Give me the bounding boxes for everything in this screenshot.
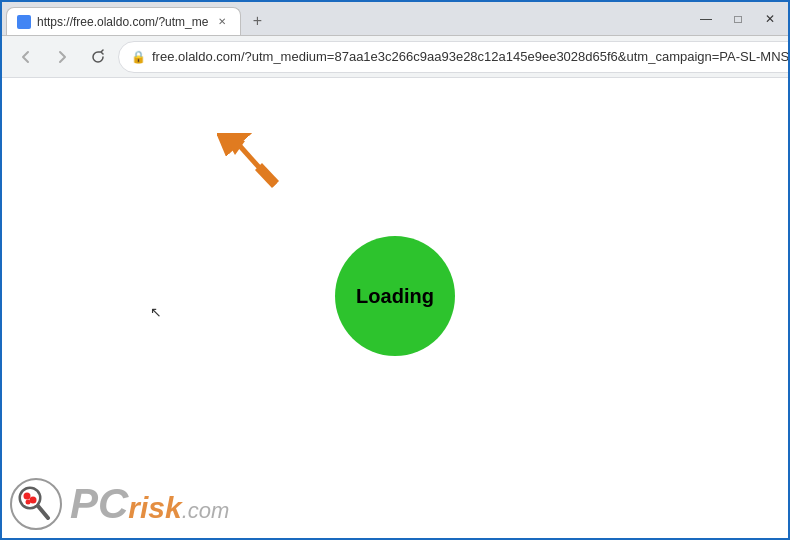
address-bar[interactable]: 🔒 free.olaldo.com/?utm_medium=87aa1e3c26… [118, 41, 790, 73]
watermark: PCrisk.com [10, 478, 229, 530]
browser-window: https://free.olaldo.com/?utm_me ✕ + — □ … [2, 2, 788, 538]
reload-button[interactable] [82, 41, 114, 73]
svg-line-1 [239, 145, 275, 185]
lock-icon: 🔒 [131, 50, 146, 64]
risk-text: risk [128, 491, 181, 524]
svg-point-9 [30, 497, 37, 504]
pc-text: PC [70, 480, 128, 527]
tab-title: https://free.olaldo.com/?utm_me [37, 15, 208, 29]
tld-text: .com [182, 498, 230, 523]
svg-point-7 [21, 489, 39, 507]
pcrisk-brand-text: PCrisk.com [70, 483, 229, 525]
back-button[interactable] [10, 41, 42, 73]
window-controls: — □ ✕ [692, 5, 784, 33]
tab-close-button[interactable]: ✕ [214, 14, 230, 30]
svg-marker-3 [231, 139, 239, 149]
arrow-annotation [217, 133, 277, 188]
tab-favicon [17, 15, 31, 29]
close-button[interactable]: ✕ [756, 5, 784, 33]
url-text: free.olaldo.com/?utm_medium=87aa1e3c266c… [152, 49, 790, 64]
loading-text: Loading [356, 285, 434, 308]
svg-marker-4 [225, 137, 245, 155]
svg-marker-2 [255, 163, 279, 188]
page-content: ↖ Loading PCrisk.com [2, 78, 788, 538]
nav-bar: 🔒 free.olaldo.com/?utm_medium=87aa1e3c26… [2, 36, 788, 78]
loading-container: Loading [335, 236, 455, 356]
new-tab-button[interactable]: + [243, 7, 271, 35]
forward-button[interactable] [46, 41, 78, 73]
minimize-button[interactable]: — [692, 5, 720, 33]
title-bar: https://free.olaldo.com/?utm_me ✕ + — □ … [2, 2, 788, 36]
mouse-cursor: ↖ [150, 304, 162, 320]
tab-area: https://free.olaldo.com/?utm_me ✕ + [6, 2, 684, 35]
loading-indicator: Loading [335, 236, 455, 356]
svg-point-8 [24, 493, 31, 500]
svg-line-11 [38, 506, 48, 518]
active-tab[interactable]: https://free.olaldo.com/?utm_me ✕ [6, 7, 241, 35]
svg-point-10 [26, 500, 31, 505]
maximize-button[interactable]: □ [724, 5, 752, 33]
pcrisk-logo-icon [10, 478, 62, 530]
